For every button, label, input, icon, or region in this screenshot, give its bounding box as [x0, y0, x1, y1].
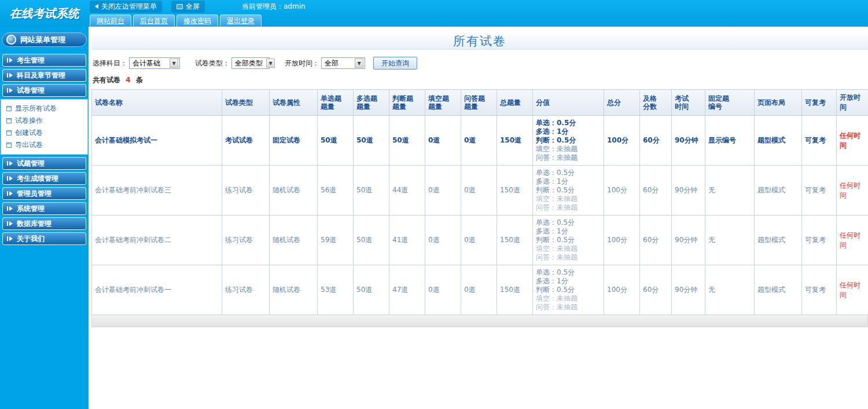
submenu-item-label: 试卷操作: [15, 116, 43, 126]
paper-type-filter-label: 试卷类型：: [195, 59, 230, 68]
submenu-item-label: 创建试卷: [15, 128, 43, 138]
cell-single-count: 56道: [318, 166, 354, 216]
main-content: 所有试卷 选择科目： 会计基础 ▼ 试卷类型： 全部类型 ▼ 开放时间： 全部 …: [89, 27, 868, 409]
cell-total-count: 150道: [497, 265, 533, 315]
top-bar: 在线考试系统 关闭左边管理菜单 全屏 当前管理员：admin 网站前台 后台首页…: [0, 0, 868, 27]
play-icon: [7, 206, 13, 211]
sidebar-item-label: 管理员管理: [17, 189, 52, 199]
cell-pass-score: 60分: [640, 116, 672, 166]
cell-page-layout: 题型模式: [755, 216, 802, 265]
sidebar-item-student-management[interactable]: 考生管理: [2, 54, 86, 67]
cell-score-values: 单选：0.5分 多选：1分 判断：0.5分 填空：未抽题 问答：未抽题: [533, 265, 604, 315]
sidebar-item-label: 考生管理: [17, 56, 45, 65]
sidebar-item-database-management[interactable]: 数据库管理: [2, 217, 86, 230]
sidebar-item-paper-management[interactable]: 试卷管理: [2, 84, 86, 97]
column-header-paper-attr: 试卷属性: [270, 90, 318, 116]
cell-blank-count: 0道: [425, 216, 461, 265]
subject-select[interactable]: 会计基础 ▼: [129, 57, 180, 69]
submenu-item-create-paper[interactable]: 创建试卷: [1, 127, 87, 139]
cell-paper-attr: 随机试卷: [270, 216, 318, 265]
column-header-exam-time: 考试时间: [672, 90, 705, 116]
fullscreen-button[interactable]: 全屏: [171, 1, 205, 13]
cell-paper-name: 会计基础考前冲刺试卷二: [92, 216, 222, 265]
cell-open-time: 任何时间: [837, 166, 868, 216]
cell-multiple-count: 50道: [354, 166, 389, 216]
cell-exam-time: 90分钟: [672, 116, 705, 166]
cell-fixed-number: 无: [705, 265, 755, 315]
sidebar-item-label: 科目及章节管理: [17, 71, 65, 81]
cell-qa-count: 0道: [461, 166, 497, 216]
monitor-icon: [176, 4, 183, 9]
cell-judge-count: 47道: [389, 265, 425, 315]
sidebar-item-admin-management[interactable]: 管理员管理: [2, 187, 86, 200]
chevron-down-icon: ▼: [266, 59, 275, 68]
sidebar-item-score-management[interactable]: 考生成绩管理: [2, 172, 86, 185]
cell-exam-time: 90分钟: [672, 166, 705, 216]
paper-type-select-value: 全部类型: [235, 59, 263, 68]
app-logo: 在线考试系统: [0, 0, 89, 27]
current-admin-label: 当前管理员：admin: [242, 2, 306, 12]
cell-multiple-count: 50道: [354, 216, 389, 265]
sidebar-item-label: 试题管理: [17, 159, 45, 169]
cell-retake: 可复考: [802, 166, 837, 216]
cell-score-values: 单选：0.5分 多选：1分 判断：0.5分 填空：未抽题 问答：未抽题: [533, 166, 604, 216]
column-header-score-values: 分值: [533, 90, 604, 116]
open-time-select[interactable]: 全部 ▼: [321, 57, 365, 69]
table-row: 会计基础考前冲刺试卷三 练习试卷 随机试卷 56道 50道 44道 0道 0道 …: [92, 166, 868, 216]
play-icon: [7, 221, 13, 226]
cell-fixed-number: 显示编号: [705, 116, 755, 166]
play-icon: [7, 191, 13, 196]
cell-paper-name: 会计基础考前冲刺试卷三: [92, 166, 222, 216]
paper-type-select[interactable]: 全部类型 ▼: [231, 57, 270, 69]
submenu-item-label: 显示所有试卷: [15, 104, 57, 114]
column-header-blank-count: 填空题题量: [425, 90, 461, 116]
column-header-total-score: 总分: [604, 90, 640, 116]
close-left-menu-label: 关闭左边管理菜单: [101, 2, 157, 12]
cell-pass-score: 60分: [640, 265, 672, 315]
column-header-fixed-number: 固定题编号: [705, 90, 755, 116]
cell-open-time: 任何时间: [837, 216, 868, 265]
sidebar: 网站菜单管理 考生管理 科目及章节管理 试卷管理 显示所有试卷 试卷操作: [0, 27, 89, 409]
sidebar-item-system-management[interactable]: 系统管理: [2, 202, 86, 215]
column-header-open-time: 开放时间: [837, 90, 868, 116]
cell-blank-count: 0道: [425, 166, 461, 216]
start-query-button[interactable]: 开始查询: [373, 57, 417, 70]
close-left-menu-button[interactable]: 关闭左边管理菜单: [90, 1, 162, 13]
tab-site-front[interactable]: 网站前台: [90, 14, 131, 27]
chevron-down-icon: ▼: [355, 59, 363, 68]
column-header-paper-name: 试卷名称: [92, 90, 222, 116]
menu-circle-icon: [6, 35, 16, 45]
cell-total-score: 100分: [604, 116, 640, 166]
cell-total-score: 100分: [604, 265, 640, 315]
sidebar-item-subject-chapter-management[interactable]: 科目及章节管理: [2, 69, 86, 82]
cell-paper-type: 练习试卷: [222, 166, 270, 216]
tab-logout[interactable]: 退出登录: [220, 14, 262, 27]
sidebar-item-about-us[interactable]: 关于我们: [2, 232, 86, 245]
sidebar-item-label: 数据库管理: [17, 219, 52, 229]
column-header-qa-count: 问答题题量: [461, 90, 497, 116]
grid-icon: [6, 106, 12, 111]
play-icon: [7, 58, 13, 63]
cell-pass-score: 60分: [640, 166, 672, 216]
column-header-retake: 可复考: [802, 90, 837, 116]
cell-qa-count: 0道: [461, 116, 497, 166]
arrow-left-icon: [95, 4, 98, 9]
column-header-paper-type: 试卷类型: [222, 90, 270, 116]
chevron-down-icon: ▼: [170, 59, 178, 68]
summary-suffix: 条: [136, 76, 143, 84]
cell-total-count: 150道: [497, 166, 533, 216]
sidebar-item-label: 试卷管理: [17, 86, 45, 96]
subject-filter-label: 选择科目：: [93, 59, 127, 68]
column-header-total-count: 总题量: [497, 90, 533, 116]
table-header-row: 试卷名称 试卷类型 试卷属性 单选题题量 多选题题量 判断题题量 填空题题量 问…: [92, 90, 868, 116]
grid-icon: [6, 118, 12, 123]
tab-change-password[interactable]: 修改密码: [176, 14, 218, 27]
submenu-item-export-paper[interactable]: 导出试卷: [1, 139, 87, 151]
paper-count: 4: [126, 76, 130, 84]
top-strip: 关闭左边管理菜单 全屏 当前管理员：admin: [89, 0, 868, 13]
sidebar-item-question-management[interactable]: 试题管理: [2, 157, 86, 170]
cell-paper-attr: 固定试卷: [270, 116, 318, 166]
tab-admin-home[interactable]: 后台首页: [133, 14, 175, 27]
submenu-item-show-all-papers[interactable]: 显示所有试卷: [1, 103, 87, 115]
submenu-item-paper-operation[interactable]: 试卷操作: [1, 115, 87, 127]
